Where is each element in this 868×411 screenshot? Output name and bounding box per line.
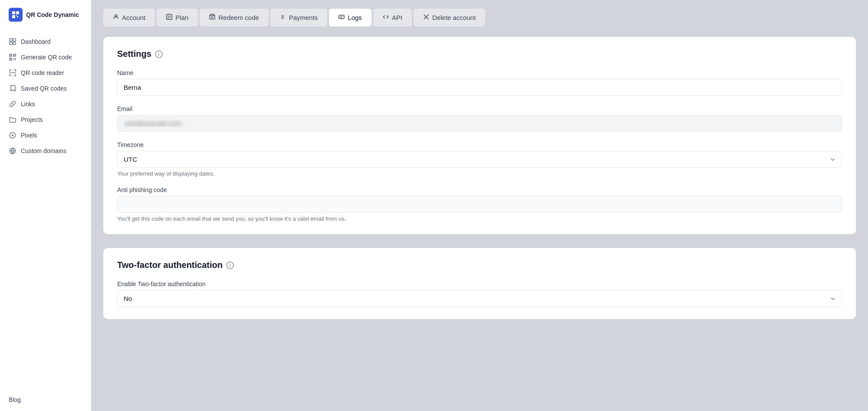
- svg-rect-13: [14, 55, 15, 56]
- custom-domains-icon: [9, 147, 16, 154]
- svg-rect-15: [13, 58, 14, 59]
- timezone-field-group: Timezone UTC America/New_York America/Lo…: [117, 141, 842, 177]
- tab-bar: Account Plan Redeem code $ Payments Logs: [103, 9, 856, 26]
- svg-rect-30: [339, 15, 344, 19]
- name-field-group: Name: [117, 69, 842, 96]
- svg-rect-12: [10, 55, 11, 56]
- svg-rect-16: [15, 58, 16, 59]
- svg-rect-17: [13, 59, 14, 60]
- settings-title: Settings i: [117, 49, 842, 59]
- tab-redeem-label: Redeem code: [218, 14, 259, 21]
- name-label: Name: [117, 69, 842, 76]
- tab-logs[interactable]: Logs: [329, 9, 372, 26]
- anti-phishing-hint: You'll get this code on each email that …: [117, 215, 842, 222]
- sidebar-item-custom-domains[interactable]: Custom domains: [0, 143, 91, 159]
- logs-tab-icon: [339, 14, 345, 21]
- main-content: Account Plan Redeem code $ Payments Logs: [91, 0, 868, 411]
- plan-tab-icon: [166, 14, 172, 21]
- sidebar-item-custom-domains-label: Custom domains: [21, 147, 66, 154]
- sidebar-logo: QR Code Dynamic: [0, 0, 91, 30]
- email-input[interactable]: [117, 115, 842, 132]
- sidebar-item-saved-qr-label: Saved QR codes: [21, 85, 67, 92]
- sidebar-item-links-label: Links: [21, 101, 35, 108]
- sidebar-item-links[interactable]: Links: [0, 96, 91, 112]
- svg-rect-0: [12, 11, 15, 14]
- sidebar-item-saved-qr[interactable]: Saved QR codes: [0, 81, 91, 96]
- pixels-icon: [9, 132, 16, 139]
- tab-account-label: Account: [122, 14, 145, 21]
- tab-plan-label: Plan: [175, 14, 188, 21]
- saved-qr-icon: [9, 85, 16, 92]
- sidebar-item-blog-label: Blog: [9, 396, 21, 403]
- account-tab-icon: [113, 14, 119, 21]
- tab-delete-account-label: Delete account: [432, 14, 476, 21]
- settings-section: Settings i Name Email Timezone UTC Ameri…: [103, 37, 856, 234]
- svg-point-28: [212, 17, 213, 18]
- sidebar-item-blog[interactable]: Blog: [0, 392, 91, 408]
- payments-tab-icon: $: [280, 14, 286, 21]
- tab-plan[interactable]: Plan: [157, 9, 198, 26]
- sidebar-item-pixels-label: Pixels: [21, 132, 37, 139]
- timezone-hint: Your preferred way of displaying dates.: [117, 170, 842, 177]
- dashboard-icon: [9, 38, 16, 45]
- svg-rect-14: [10, 59, 11, 60]
- enable-tfa-field-group: Enable Two-factor authentication No Yes: [117, 281, 842, 307]
- svg-point-23: [115, 15, 117, 17]
- tfa-info-icon[interactable]: i: [226, 261, 234, 269]
- svg-rect-1: [16, 11, 19, 14]
- sidebar-item-generate-qr-label: Generate QR code: [21, 54, 72, 61]
- anti-phishing-field-group: Anti phishing code You'll get this code …: [117, 186, 842, 222]
- app-logo-text: QR Code Dynamic: [26, 11, 79, 19]
- sidebar-item-dashboard-label: Dashboard: [21, 38, 51, 45]
- svg-point-21: [12, 134, 13, 136]
- app-logo-icon: [9, 8, 23, 22]
- tab-api[interactable]: API: [373, 9, 412, 26]
- name-input[interactable]: [117, 79, 842, 96]
- two-factor-section: Two-factor authentication i Enable Two-f…: [103, 248, 856, 319]
- tab-payments-label: Payments: [289, 14, 318, 21]
- svg-rect-8: [13, 42, 16, 45]
- sidebar-item-projects[interactable]: Projects: [0, 112, 91, 127]
- sidebar-nav: Dashboard Generate QR code QR code reade…: [0, 30, 91, 411]
- projects-icon: [9, 116, 16, 123]
- svg-rect-7: [10, 42, 12, 45]
- anti-phishing-label: Anti phishing code: [117, 186, 842, 193]
- tab-delete-account[interactable]: Delete account: [414, 9, 485, 26]
- timezone-label: Timezone: [117, 141, 842, 148]
- tab-payments[interactable]: $ Payments: [270, 9, 328, 26]
- svg-rect-5: [10, 39, 12, 41]
- anti-phishing-input[interactable]: [117, 196, 842, 213]
- tab-logs-label: Logs: [348, 14, 362, 21]
- sidebar-item-pixels[interactable]: Pixels: [0, 127, 91, 143]
- links-icon: [9, 101, 16, 108]
- svg-rect-18: [15, 59, 16, 60]
- enable-tfa-select[interactable]: No Yes: [117, 290, 842, 307]
- sidebar-item-qr-reader-label: QR code reader: [21, 69, 64, 76]
- delete-tab-icon: [423, 14, 429, 21]
- qr-reader-icon: [9, 69, 16, 76]
- tfa-title: Two-factor authentication i: [117, 260, 842, 270]
- email-field-group: Email: [117, 105, 842, 132]
- generate-qr-icon: [9, 54, 16, 61]
- sidebar-item-projects-label: Projects: [21, 116, 43, 123]
- sidebar-item-dashboard[interactable]: Dashboard: [0, 34, 91, 49]
- sidebar-item-qr-reader[interactable]: QR code reader: [0, 65, 91, 81]
- tab-api-label: API: [392, 14, 402, 21]
- tab-account[interactable]: Account: [103, 9, 155, 26]
- svg-rect-6: [13, 39, 16, 41]
- api-tab-icon: [383, 14, 389, 21]
- timezone-select[interactable]: UTC America/New_York America/Los_Angeles…: [117, 151, 842, 168]
- svg-rect-2: [12, 15, 15, 18]
- svg-rect-4: [16, 15, 17, 16]
- sidebar: QR Code Dynamic Dashboard Generate QR co…: [0, 0, 91, 411]
- enable-tfa-label: Enable Two-factor authentication: [117, 281, 842, 287]
- email-label: Email: [117, 105, 842, 112]
- sidebar-item-generate-qr[interactable]: Generate QR code: [0, 49, 91, 65]
- tab-redeem-code[interactable]: Redeem code: [200, 9, 268, 26]
- redeem-tab-icon: [209, 14, 215, 21]
- svg-text:$: $: [281, 14, 284, 20]
- settings-info-icon[interactable]: i: [155, 50, 163, 58]
- svg-rect-3: [17, 16, 18, 17]
